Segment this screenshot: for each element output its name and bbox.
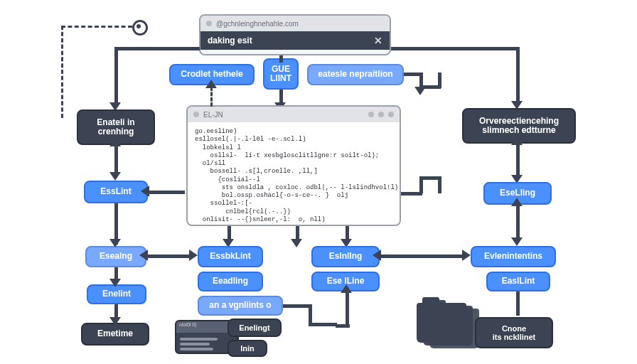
connector — [148, 191, 185, 194]
dot-icon — [206, 21, 212, 26]
node-easllint: EaslLint — [486, 272, 550, 291]
code-block: go.eesline) esllosel(.|-.l-l0l -e-.scl.l… — [188, 122, 400, 230]
node-eslnling: EslnlIng — [311, 246, 380, 267]
connector — [279, 90, 283, 104]
connector — [516, 47, 520, 102]
connector — [438, 176, 441, 193]
connector — [296, 226, 299, 240]
browser-chrome: @gchnleinghnehahle.com — [200, 16, 390, 31]
connector — [283, 304, 311, 308]
arrowhead-up-icon — [205, 80, 217, 88]
connector — [380, 255, 464, 258]
arrowhead-down-icon — [414, 87, 426, 95]
connector — [346, 226, 349, 240]
tab-title: daking esit — [208, 36, 252, 46]
code-chrome: EL-JN — [188, 107, 400, 122]
node-anvgn: an a vgnliints o — [198, 296, 283, 316]
folder-line2: its nckllinet — [493, 333, 536, 341]
connector — [438, 73, 441, 88]
connector — [114, 47, 118, 104]
connector — [516, 205, 520, 239]
arrowhead-left-icon — [373, 250, 381, 261]
folder-line1: Cnone — [502, 324, 526, 333]
connector — [114, 47, 200, 50]
dot-icon — [368, 112, 374, 117]
arrowhead-down-icon — [109, 172, 121, 181]
node-gue: GUE LlINT — [263, 58, 299, 90]
code-title: EL-JN — [203, 111, 223, 119]
node-enelingt: Enelingt — [228, 318, 282, 337]
node-eadling: Eeadling — [198, 272, 263, 291]
arrowhead-up-icon — [341, 284, 352, 293]
code-window: EL-JN go.eesline) esllosel(.|-.l-l0l -e-… — [186, 105, 401, 226]
browser-tab: daking esit ✕ — [200, 31, 390, 50]
node-essklint: EssbkLint — [198, 246, 263, 267]
arrowhead-left-icon — [141, 186, 149, 197]
arrowhead-down-icon — [291, 239, 302, 247]
connector — [516, 291, 520, 316]
connector — [346, 291, 349, 327]
arrowhead-down-icon — [511, 237, 523, 246]
node-emetime: Emetime — [81, 323, 149, 346]
node-eatesle: eatesle nepraitlion — [307, 64, 404, 85]
connector — [146, 255, 191, 258]
browser-top: @gchnleinghnehahle.com daking esit ✕ — [199, 14, 391, 55]
node-esealng: Esealng — [85, 246, 146, 267]
dot-icon — [378, 112, 384, 117]
folder-label: Cnone its nckllinet — [475, 317, 553, 348]
url-text: @gchnleinghnehahle.com — [216, 20, 299, 28]
connector — [391, 47, 519, 50]
close-icon[interactable]: ✕ — [374, 35, 382, 46]
connector — [309, 323, 337, 326]
node-enelint: Enelint — [87, 284, 146, 304]
node-esslint: EssLint — [84, 181, 148, 203]
arrowhead-left-icon — [139, 250, 148, 261]
node-evlenintins: Evlenintentins — [471, 246, 556, 267]
dot-icon — [193, 112, 199, 117]
start-pin — [132, 20, 148, 36]
connector — [114, 145, 118, 173]
arrowhead-down-icon — [109, 279, 121, 287]
connector — [228, 226, 231, 240]
arrowhead-right-icon — [189, 250, 198, 261]
dot-icon — [388, 112, 394, 117]
connector — [61, 26, 132, 30]
connector — [210, 87, 215, 107]
connector — [336, 324, 350, 328]
arrowhead-right-icon — [462, 250, 471, 261]
arrowhead-up-icon — [511, 198, 523, 206]
connector — [61, 26, 65, 118]
arrowhead-down-icon — [109, 239, 121, 247]
connector — [516, 144, 520, 176]
node-inin: Inin — [228, 340, 267, 357]
connector — [279, 55, 283, 63]
arrowhead-up-icon — [109, 138, 121, 146]
arrowhead-up-icon — [511, 136, 523, 145]
arrowhead-down-icon — [109, 317, 121, 326]
